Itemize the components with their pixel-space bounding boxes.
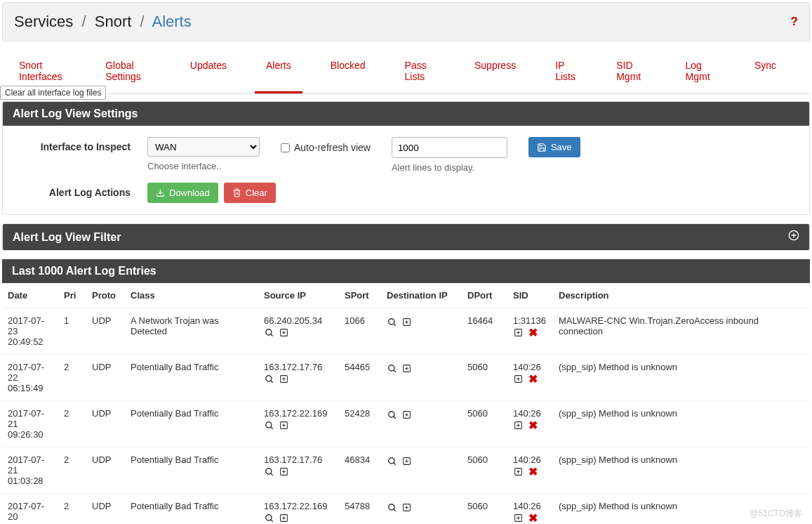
clear-button-label: Clear	[246, 188, 267, 198]
svg-point-43	[265, 468, 271, 473]
lookup-icon[interactable]	[387, 502, 397, 513]
disable-sid-icon[interactable]: ✖	[528, 327, 538, 338]
save-button-label: Save	[551, 142, 572, 152]
th-pri[interactable]: Pri	[58, 283, 86, 308]
add-ip-icon[interactable]	[279, 374, 289, 384]
svg-line-49	[393, 462, 395, 464]
cell-proto: UDP	[86, 355, 125, 401]
add-ip-icon[interactable]	[401, 502, 412, 513]
cell-sid: 140:26✖	[507, 401, 553, 447]
th-sid[interactable]: SID	[507, 283, 553, 308]
trash-icon	[232, 188, 241, 197]
breadcrumb-sep: /	[81, 13, 86, 30]
add-sid-icon[interactable]	[513, 327, 524, 338]
cell-sid: 1:31136✖	[507, 308, 553, 355]
expand-icon[interactable]	[788, 230, 799, 244]
th-sport[interactable]: SPort	[339, 283, 381, 308]
breadcrumb-snort[interactable]: Snort	[95, 13, 132, 30]
cell-pri: 2	[58, 401, 86, 447]
add-ip-icon[interactable]	[401, 410, 412, 420]
tab-sid-mgmt[interactable]: SID Mgmt	[605, 51, 657, 93]
cell-date: 2017-07-20 20:36:37	[2, 494, 58, 525]
table-header-row: Date Pri Proto Class Source IP SPort Des…	[2, 283, 810, 308]
svg-line-62	[393, 509, 395, 511]
cell-pri: 2	[58, 355, 86, 401]
disable-sid-icon[interactable]: ✖	[528, 466, 538, 477]
table-row: 2017-07-23 20:49:52 1 UDP A Network Troj…	[2, 308, 810, 355]
panel-alert-settings: Alert Log View Settings Interface to Ins…	[2, 101, 810, 215]
lookup-icon[interactable]	[264, 466, 274, 477]
add-sid-icon[interactable]	[513, 513, 524, 523]
download-button-label: Download	[169, 188, 210, 198]
cell-desc: (spp_sip) Method is unknown	[553, 355, 810, 401]
clear-button[interactable]: Clear	[224, 183, 276, 203]
tab-suppress[interactable]: Suppress	[463, 51, 527, 93]
add-ip-icon[interactable]	[279, 513, 289, 523]
help-icon[interactable]: ?	[791, 15, 798, 29]
cell-sid: 140:26✖	[507, 494, 553, 525]
svg-point-9	[388, 318, 394, 324]
cell-dip	[381, 494, 462, 525]
svg-point-30	[265, 421, 271, 427]
interface-select[interactable]: WAN	[147, 137, 260, 157]
th-class[interactable]: Class	[125, 283, 258, 308]
th-dport[interactable]: DPort	[462, 283, 507, 308]
lookup-icon[interactable]	[387, 410, 397, 420]
svg-point-17	[265, 375, 271, 381]
lookup-icon[interactable]	[264, 420, 274, 431]
panel-header-settings: Alert Log View Settings	[3, 102, 809, 126]
lookup-icon[interactable]	[387, 363, 397, 374]
tab-log-mgmt[interactable]: Log Mgmt	[674, 51, 726, 93]
tab-blocked[interactable]: Blocked	[319, 51, 377, 93]
download-button[interactable]: Download	[147, 183, 218, 203]
panel-alert-filter: Alert Log View Filter	[2, 223, 810, 251]
tab-updates[interactable]: Updates	[179, 51, 238, 93]
th-dip[interactable]: Destination IP	[381, 283, 462, 308]
svg-line-36	[393, 416, 395, 418]
add-sid-icon[interactable]	[513, 466, 524, 477]
add-ip-icon[interactable]	[279, 466, 289, 477]
svg-line-18	[270, 380, 272, 382]
table-row: 2017-07-22 06:15:49 2 UDP Potentially Ba…	[2, 355, 810, 401]
lookup-icon[interactable]	[264, 327, 274, 338]
breadcrumb-alerts[interactable]: Alerts	[152, 13, 191, 30]
svg-point-56	[265, 514, 271, 520]
label-actions: Alert Log Actions	[14, 183, 147, 198]
add-sid-icon[interactable]	[513, 374, 524, 384]
th-proto[interactable]: Proto	[86, 283, 125, 308]
table-row: 2017-07-20 20:36:37 2 UDP Potentially Ba…	[2, 494, 810, 525]
add-ip-icon[interactable]	[401, 363, 412, 374]
cell-class: Potentially Bad Traffic	[125, 494, 258, 525]
disable-sid-icon[interactable]: ✖	[528, 513, 538, 523]
th-date[interactable]: Date	[2, 283, 58, 308]
tab-pass-lists[interactable]: Pass Lists	[394, 51, 446, 93]
add-sid-icon[interactable]	[513, 420, 524, 431]
autorefresh-checkbox[interactable]	[281, 143, 290, 152]
disable-sid-icon[interactable]: ✖	[528, 374, 538, 384]
lookup-icon[interactable]	[387, 317, 397, 327]
save-button[interactable]: Save	[528, 137, 580, 157]
cell-date: 2017-07-22 06:15:49	[2, 355, 58, 401]
cell-dport: 5060	[462, 447, 507, 494]
add-ip-icon[interactable]	[401, 317, 412, 327]
download-icon	[156, 188, 165, 197]
disable-sid-icon[interactable]: ✖	[528, 420, 538, 431]
breadcrumb-services[interactable]: Services	[14, 13, 73, 30]
add-ip-icon[interactable]	[401, 456, 412, 466]
tab-alerts[interactable]: Alerts	[255, 51, 302, 93]
lookup-icon[interactable]	[264, 374, 274, 384]
svg-line-44	[270, 473, 272, 475]
lookup-icon[interactable]	[264, 513, 274, 523]
tooltip-clear-logs: Clear all interface log files	[0, 86, 106, 100]
lookup-icon[interactable]	[387, 456, 397, 466]
th-sip[interactable]: Source IP	[258, 283, 339, 308]
add-ip-icon[interactable]	[279, 420, 289, 431]
add-ip-icon[interactable]	[279, 327, 289, 338]
tab-ip-lists[interactable]: IP Lists	[544, 51, 588, 93]
tab-sync[interactable]: Sync	[743, 51, 787, 93]
cell-sip: 163.172.17.76	[258, 355, 339, 401]
cell-sid: 140:26✖	[507, 355, 553, 401]
cell-sip: 163.172.17.76	[258, 447, 339, 494]
th-desc[interactable]: Description	[553, 283, 810, 308]
lines-input[interactable]	[392, 137, 507, 158]
